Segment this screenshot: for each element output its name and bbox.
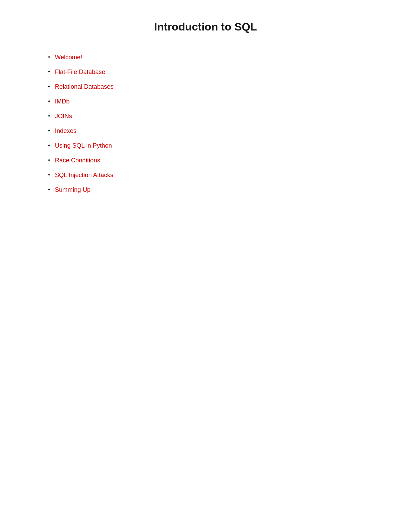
list-item: •Indexes (48, 127, 384, 135)
toc-link-summing-up[interactable]: Summing Up (55, 186, 90, 194)
list-item: •Using SQL in Python (48, 142, 384, 149)
page-container: Introduction to SQL •Welcome!•Flat-File … (0, 0, 411, 532)
toc-list: •Welcome!•Flat-File Database•Relational … (48, 54, 384, 194)
list-item: •IMDb (48, 98, 384, 105)
bullet-icon: • (48, 142, 50, 149)
toc-link-indexes[interactable]: Indexes (55, 127, 76, 135)
toc-link-flat-file-database[interactable]: Flat-File Database (55, 69, 105, 76)
toc-link-race-conditions[interactable]: Race Conditions (55, 157, 100, 164)
list-item: •Summing Up (48, 186, 384, 194)
bullet-icon: • (48, 98, 50, 105)
bullet-icon: • (48, 113, 50, 120)
bullet-icon: • (48, 69, 50, 76)
toc-link-sql-injection-attacks[interactable]: SQL Injection Attacks (55, 172, 113, 179)
bullet-icon: • (48, 157, 50, 164)
list-item: •JOINs (48, 113, 384, 120)
bullet-icon: • (48, 172, 50, 179)
bullet-icon: • (48, 127, 50, 135)
list-item: •Welcome! (48, 54, 384, 61)
bullet-icon: • (48, 83, 50, 90)
toc-link-relational-databases[interactable]: Relational Databases (55, 83, 113, 90)
toc-link-joins[interactable]: JOINs (55, 113, 72, 120)
list-item: •Race Conditions (48, 157, 384, 164)
bullet-icon: • (48, 186, 50, 194)
bullet-icon: • (48, 54, 50, 61)
toc-link-welcome[interactable]: Welcome! (55, 54, 82, 61)
list-item: •Flat-File Database (48, 69, 384, 76)
list-item: •SQL Injection Attacks (48, 172, 384, 179)
toc-link-imdb[interactable]: IMDb (55, 98, 70, 105)
toc-link-using-sql-in-python[interactable]: Using SQL in Python (55, 142, 112, 149)
list-item: •Relational Databases (48, 83, 384, 90)
page-title: Introduction to SQL (27, 21, 384, 33)
